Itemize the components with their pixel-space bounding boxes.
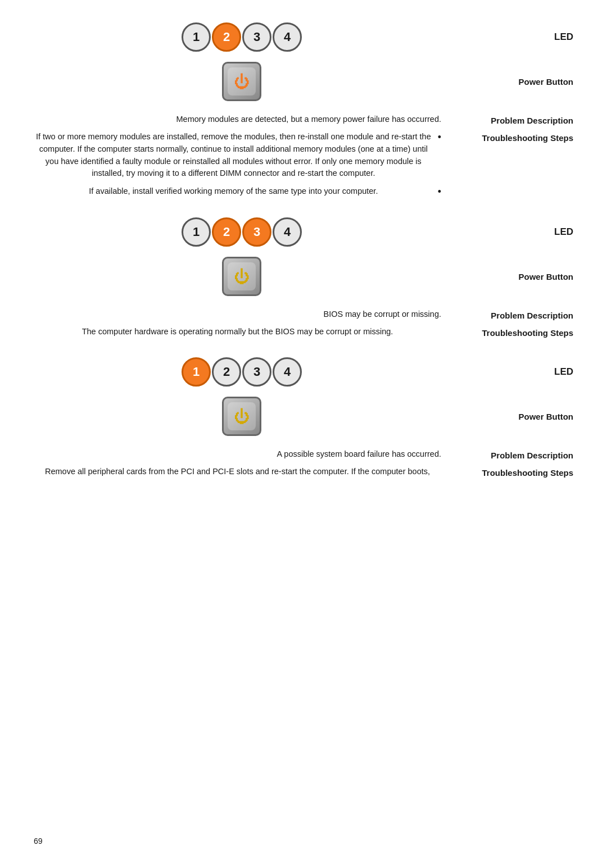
bullet-item-1-2: If available, install verified working m… bbox=[34, 185, 441, 198]
bullet-text-2-1: The computer hardware is operating norma… bbox=[34, 326, 441, 338]
power-button-inner-2: ⏻ bbox=[228, 262, 256, 290]
bullet-text-3-1: Remove all peripheral cards from the PCI… bbox=[34, 466, 441, 478]
led-row-3: 1 2 3 4 LED bbox=[34, 357, 573, 387]
bullet-dot-1-2: • bbox=[438, 185, 441, 198]
led-3-4: 4 bbox=[273, 357, 302, 387]
bullet-item-1-1: If two or more memory modules are instal… bbox=[34, 131, 441, 180]
power-icon-3: ⏻ bbox=[234, 407, 250, 426]
led-indicators-3: 1 2 3 4 bbox=[34, 357, 450, 387]
problem-desc-label-1: Problem Description bbox=[450, 113, 573, 126]
power-label-1: Power Button bbox=[450, 77, 573, 87]
power-label-2: Power Button bbox=[450, 272, 573, 281]
page-number: 69 bbox=[34, 837, 43, 846]
bullet-dot-1-1: • bbox=[438, 131, 441, 144]
problem-desc-row-3: A possible system board failure has occu… bbox=[34, 448, 573, 461]
power-button-1: ⏻ bbox=[222, 62, 261, 101]
power-area-3: ⏻ bbox=[34, 397, 450, 436]
power-area-2: ⏻ bbox=[34, 257, 450, 296]
power-row-1: ⏻ Power Button bbox=[34, 62, 573, 101]
steps-row-3: Remove all peripheral cards from the PCI… bbox=[34, 466, 573, 484]
steps-label-2: Troubleshooting Steps bbox=[450, 326, 573, 339]
bullet-text-1-1: If two or more memory modules are instal… bbox=[34, 131, 433, 180]
led-1-4: 4 bbox=[273, 22, 302, 52]
problem-desc-text-1: Memory modules are detected, but a memor… bbox=[34, 113, 450, 125]
power-row-3: ⏻ Power Button bbox=[34, 397, 573, 436]
steps-content-1: If two or more memory modules are instal… bbox=[34, 131, 450, 204]
power-icon-1: ⏻ bbox=[234, 72, 250, 91]
power-label-3: Power Button bbox=[450, 412, 573, 421]
bullet-item-3-1: Remove all peripheral cards from the PCI… bbox=[34, 466, 441, 478]
led-3-1: 1 bbox=[182, 357, 211, 387]
led-label-2: LED bbox=[450, 226, 573, 238]
led-2-4: 4 bbox=[273, 217, 302, 247]
led-label-1: LED bbox=[450, 31, 573, 43]
power-area-1: ⏻ bbox=[34, 62, 450, 101]
steps-row-1: If two or more memory modules are instal… bbox=[34, 131, 573, 204]
steps-content-3: Remove all peripheral cards from the PCI… bbox=[34, 466, 450, 484]
led-2-3: 3 bbox=[242, 217, 271, 247]
led-indicators-2: 1 2 3 4 bbox=[34, 217, 450, 247]
steps-content-2: The computer hardware is operating norma… bbox=[34, 326, 450, 344]
power-row-2: ⏻ Power Button bbox=[34, 257, 573, 296]
led-1-1: 1 bbox=[182, 22, 211, 52]
led-row-1: 1 2 3 4 LED bbox=[34, 22, 573, 52]
led-indicators-1: 1 2 3 4 bbox=[34, 22, 450, 52]
problem-desc-label-2: Problem Description bbox=[450, 308, 573, 321]
problem-desc-row-2: BIOS may be corrupt or missing. Problem … bbox=[34, 308, 573, 321]
power-button-inner-3: ⏻ bbox=[228, 402, 256, 430]
led-1-2: 2 bbox=[212, 22, 241, 52]
led-2-1: 1 bbox=[182, 217, 211, 247]
bullet-item-2-1: The computer hardware is operating norma… bbox=[34, 326, 441, 338]
steps-label-3: Troubleshooting Steps bbox=[450, 466, 573, 479]
power-icon-2: ⏻ bbox=[234, 267, 250, 286]
power-button-inner-1: ⏻ bbox=[228, 67, 256, 96]
led-3-3: 3 bbox=[242, 357, 271, 387]
problem-desc-label-3: Problem Description bbox=[450, 448, 573, 461]
steps-row-2: The computer hardware is operating norma… bbox=[34, 326, 573, 344]
led-1-3: 3 bbox=[242, 22, 271, 52]
led-3-2: 2 bbox=[212, 357, 241, 387]
bullet-text-1-2: If available, install verified working m… bbox=[34, 185, 433, 198]
problem-desc-row-1: Memory modules are detected, but a memor… bbox=[34, 113, 573, 126]
led-label-3: LED bbox=[450, 366, 573, 378]
problem-desc-text-2: BIOS may be corrupt or missing. bbox=[34, 308, 450, 320]
power-button-2: ⏻ bbox=[222, 257, 261, 296]
power-button-3: ⏻ bbox=[222, 397, 261, 436]
steps-label-1: Troubleshooting Steps bbox=[450, 131, 573, 144]
led-row-2: 1 2 3 4 LED bbox=[34, 217, 573, 247]
problem-desc-text-3: A possible system board failure has occu… bbox=[34, 448, 450, 460]
led-2-2: 2 bbox=[212, 217, 241, 247]
